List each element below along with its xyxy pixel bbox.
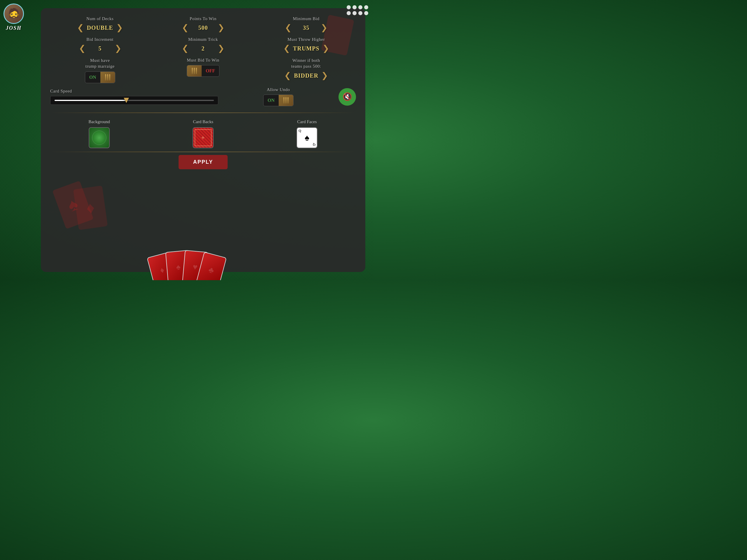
must-bid-to-win-group: Must Bid To Win OFF bbox=[153, 58, 253, 77]
minimum-trick-label: Minimum Trick bbox=[188, 37, 218, 42]
minimum-bid-right-btn[interactable]: ❯ bbox=[321, 24, 327, 32]
toggle-bar-4 bbox=[192, 68, 193, 74]
divider-2 bbox=[50, 152, 356, 152]
slider-thumb[interactable] bbox=[124, 98, 129, 103]
winner-if-both-label: Winner if both teams pass 500: bbox=[291, 58, 321, 69]
toggle-bar-2 bbox=[107, 74, 108, 80]
dot-6 bbox=[353, 11, 357, 15]
num-decks-right-btn[interactable]: ❯ bbox=[116, 24, 123, 32]
toggle-bar-7 bbox=[283, 97, 284, 104]
toggle-bar-9 bbox=[287, 97, 289, 104]
must-throw-higher-right-btn[interactable]: ❯ bbox=[323, 44, 329, 53]
speed-undo-row: Card Speed Allow Undo ON 🔇 bbox=[50, 87, 356, 106]
must-have-trump-on-label: ON bbox=[85, 72, 100, 82]
card-faces-group: Card Faces Q ♠ Q bbox=[258, 119, 356, 148]
background-preview[interactable] bbox=[89, 127, 110, 148]
must-have-trump-group: Must have trump marraige ON bbox=[50, 58, 150, 83]
card-faces-label: Card Faces bbox=[297, 119, 317, 124]
num-decks-value: DOUBLE bbox=[87, 25, 113, 31]
dot-5 bbox=[347, 11, 351, 15]
settings-row-1: Num of Decks ❮ DOUBLE ❯ Points To Win ❮ … bbox=[50, 16, 356, 32]
bid-increment-right-btn[interactable]: ❯ bbox=[115, 44, 121, 53]
bid-increment-left-btn[interactable]: ❮ bbox=[79, 44, 85, 53]
dot-4 bbox=[364, 5, 368, 9]
dot-2 bbox=[353, 5, 357, 9]
card-faces-preview[interactable]: Q ♠ Q bbox=[297, 127, 317, 148]
num-decks-stepper: ❮ DOUBLE ❯ bbox=[77, 24, 123, 32]
must-throw-higher-value: TRUMPS bbox=[293, 45, 319, 52]
card-backs-preview[interactable]: ✦ bbox=[192, 127, 213, 148]
dot-8 bbox=[364, 11, 368, 15]
winner-if-both-right-btn[interactable]: ❯ bbox=[321, 72, 328, 80]
winner-if-both-group: Winner if both teams pass 500: ❮ BIDDER … bbox=[257, 58, 356, 80]
winner-if-both-left-btn[interactable]: ❮ bbox=[284, 72, 291, 80]
minimum-trick-right-btn[interactable]: ❯ bbox=[218, 44, 224, 53]
background-group: Background bbox=[50, 119, 148, 148]
card-speed-label: Card Speed bbox=[50, 89, 218, 94]
sound-icon: 🔇 bbox=[342, 92, 352, 101]
bid-increment-group: Bid Increment ❮ 5 ❯ bbox=[50, 37, 150, 53]
settings-panel: ♠ ♦ Num of Decks ❮ DOUBLE ❯ Points To Wi… bbox=[41, 8, 365, 272]
theme-row: Background Card Backs ✦ Card Faces bbox=[50, 119, 356, 148]
allow-undo-toggle[interactable]: ON bbox=[263, 95, 293, 106]
minimum-bid-stepper: ❮ 35 ❯ bbox=[285, 24, 327, 32]
points-to-win-right-btn[interactable]: ❯ bbox=[218, 24, 224, 32]
allow-undo-on-label: ON bbox=[263, 96, 279, 105]
sound-button[interactable]: 🔇 bbox=[338, 88, 356, 106]
dot-1 bbox=[347, 5, 351, 9]
card-face-icon: ♠ bbox=[305, 133, 309, 143]
card-back-inner: ✦ bbox=[193, 128, 213, 148]
points-to-win-label: Points To Win bbox=[190, 16, 216, 21]
allow-undo-switch[interactable] bbox=[279, 95, 293, 106]
minimum-bid-left-btn[interactable]: ❮ bbox=[285, 24, 291, 32]
dot-3 bbox=[358, 5, 362, 9]
must-have-trump-label: Must have trump marraige bbox=[85, 58, 115, 69]
num-decks-label: Num of Decks bbox=[86, 16, 113, 21]
toggle-bar-6 bbox=[196, 68, 197, 74]
bid-increment-label: Bid Increment bbox=[86, 37, 113, 42]
toggle-bar-3 bbox=[109, 74, 110, 80]
toggle-bar-8 bbox=[285, 97, 287, 104]
card-rank-bottom: Q bbox=[313, 143, 315, 147]
winner-if-both-stepper: ❮ BIDDER ❯ bbox=[284, 72, 328, 80]
avatar[interactable]: 🧔 bbox=[3, 3, 24, 24]
background-swatch bbox=[92, 130, 106, 145]
must-bid-to-win-off-label: OFF bbox=[202, 66, 219, 76]
minimum-trick-value: 2 bbox=[191, 45, 215, 52]
card-back-border: ✦ bbox=[195, 129, 211, 146]
card-back-motif: ✦ bbox=[201, 134, 205, 141]
minimum-bid-label: Minimum Bid bbox=[293, 16, 319, 21]
background-label: Background bbox=[88, 119, 110, 124]
card-speed-group: Card Speed bbox=[50, 89, 218, 105]
must-throw-higher-label: Must Throw Higher bbox=[287, 37, 325, 42]
num-decks-left-btn[interactable]: ❮ bbox=[77, 24, 84, 32]
allow-undo-group: Allow Undo ON bbox=[222, 87, 334, 106]
avatar-container: 🧔 JOSH bbox=[3, 3, 24, 31]
minimum-bid-value: 35 bbox=[294, 25, 318, 31]
must-throw-higher-left-btn[interactable]: ❮ bbox=[283, 44, 290, 53]
points-to-win-group: Points To Win ❮ 500 ❯ bbox=[153, 16, 253, 32]
must-have-trump-switch[interactable] bbox=[100, 72, 115, 83]
must-throw-higher-stepper: ❮ TRUMPS ❯ bbox=[283, 44, 329, 53]
must-have-trump-toggle[interactable]: ON bbox=[85, 72, 115, 83]
slider-track bbox=[55, 100, 214, 101]
num-decks-group: Num of Decks ❮ DOUBLE ❯ bbox=[50, 16, 150, 32]
bottom-card-decorations: ♦ ♠ ♥ ♣ bbox=[158, 248, 216, 280]
points-to-win-left-btn[interactable]: ❮ bbox=[182, 24, 188, 32]
username-label: JOSH bbox=[6, 25, 22, 31]
must-bid-to-win-toggle[interactable]: OFF bbox=[187, 65, 220, 77]
must-bid-to-win-label: Must Bid To Win bbox=[187, 58, 220, 63]
winner-if-both-value: BIDDER bbox=[294, 72, 318, 79]
settings-row-3: Must have trump marraige ON Must Bid To … bbox=[50, 58, 356, 83]
must-bid-to-win-switch[interactable] bbox=[187, 66, 202, 76]
card-speed-slider-container[interactable] bbox=[50, 96, 218, 105]
minimum-trick-left-btn[interactable]: ❮ bbox=[182, 44, 188, 53]
king-card-decoration: ♦ bbox=[73, 185, 108, 230]
slider-fill bbox=[55, 100, 126, 101]
bid-increment-stepper: ❮ 5 ❯ bbox=[79, 44, 121, 53]
allow-undo-label: Allow Undo bbox=[267, 87, 290, 92]
minimum-trick-stepper: ❮ 2 ❯ bbox=[182, 44, 224, 53]
card-backs-label: Card Backs bbox=[193, 119, 213, 124]
apply-button[interactable]: APPLY bbox=[179, 155, 228, 169]
dots-menu[interactable] bbox=[347, 5, 368, 15]
